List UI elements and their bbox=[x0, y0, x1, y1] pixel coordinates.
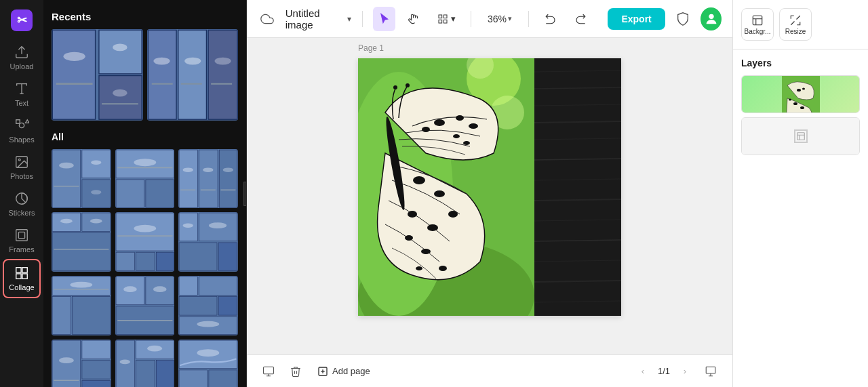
canvas[interactable] bbox=[358, 58, 621, 316]
sidebar-item-frames[interactable]: Frames bbox=[0, 222, 43, 259]
svg-point-174 bbox=[800, 106, 804, 109]
toolbar-separator-3 bbox=[528, 11, 529, 27]
svg-rect-117 bbox=[179, 369, 208, 387]
svg-point-136 bbox=[463, 141, 470, 145]
canvas-left-image[interactable] bbox=[358, 58, 534, 316]
hand-tool-button[interactable] bbox=[403, 7, 425, 31]
zoom-level: 36% bbox=[488, 14, 507, 24]
layers-panel-title: Layers bbox=[741, 58, 860, 68]
sidebar-item-upload[interactable]: Upload bbox=[0, 39, 43, 76]
layer-item-butterfly[interactable] bbox=[741, 75, 860, 113]
svg-rect-105 bbox=[82, 380, 111, 387]
template-6[interactable] bbox=[178, 212, 238, 272]
add-page-button[interactable]: Add page bbox=[312, 363, 376, 380]
svg-point-31 bbox=[184, 58, 201, 65]
svg-point-137 bbox=[413, 176, 425, 184]
layer-item-blank[interactable] bbox=[741, 117, 860, 155]
template-11[interactable] bbox=[115, 340, 175, 387]
svg-text:✂: ✂ bbox=[17, 14, 28, 27]
svg-rect-111 bbox=[136, 360, 154, 387]
document-title-area[interactable]: Untitled image ▾ bbox=[285, 7, 351, 30]
timer-button[interactable] bbox=[258, 361, 279, 382]
svg-point-85 bbox=[70, 282, 92, 288]
user-avatar[interactable] bbox=[701, 7, 722, 30]
template-5[interactable] bbox=[115, 212, 175, 272]
svg-rect-149 bbox=[534, 58, 621, 316]
canvas-right-image[interactable] bbox=[534, 58, 621, 316]
svg-rect-29 bbox=[208, 30, 237, 119]
save-cloud-button[interactable] bbox=[258, 8, 277, 30]
page-navigation: ‹ 1/1 › bbox=[633, 362, 694, 381]
nav-text-label: Text bbox=[15, 99, 28, 107]
svg-rect-168 bbox=[706, 367, 715, 373]
template-4[interactable] bbox=[52, 212, 111, 272]
template-9[interactable] bbox=[178, 276, 238, 335]
svg-point-140 bbox=[427, 224, 438, 231]
svg-rect-83 bbox=[52, 297, 71, 335]
template-1[interactable] bbox=[52, 149, 111, 209]
recent-template-2[interactable] bbox=[147, 29, 239, 121]
svg-point-30 bbox=[153, 58, 170, 65]
redo-button[interactable] bbox=[570, 7, 591, 31]
template-10[interactable] bbox=[52, 340, 111, 387]
view-options-button[interactable]: ▾ bbox=[433, 7, 460, 31]
previous-page-button[interactable]: ‹ bbox=[633, 362, 652, 381]
resize-tool-label: Resize bbox=[785, 28, 806, 35]
recent-template-1[interactable] bbox=[52, 29, 143, 121]
resize-tool-button[interactable]: Resize bbox=[779, 8, 812, 41]
page-label: Page 1 bbox=[358, 43, 384, 53]
document-title: Untitled image bbox=[285, 7, 343, 30]
svg-point-54 bbox=[183, 167, 193, 172]
nav-upload-label: Upload bbox=[10, 62, 34, 70]
svg-point-141 bbox=[408, 211, 417, 218]
svg-rect-97 bbox=[179, 297, 217, 315]
template-3[interactable] bbox=[178, 149, 238, 209]
recents-section-title: Recents bbox=[52, 11, 238, 22]
undo-button[interactable] bbox=[540, 7, 561, 31]
svg-point-100 bbox=[197, 321, 220, 327]
svg-point-48 bbox=[134, 159, 156, 166]
svg-rect-47 bbox=[146, 179, 174, 207]
top-toolbar: Untitled image ▾ ▾ 36% ▾ Export bbox=[247, 0, 732, 38]
svg-rect-11 bbox=[16, 230, 28, 241]
svg-point-124 bbox=[709, 14, 713, 18]
layer-thumbnail-blank bbox=[742, 118, 859, 155]
svg-point-91 bbox=[123, 286, 137, 292]
svg-point-175 bbox=[789, 99, 791, 101]
template-7[interactable] bbox=[52, 276, 111, 335]
svg-rect-104 bbox=[82, 360, 111, 378]
svg-point-172 bbox=[802, 88, 805, 90]
template-2[interactable] bbox=[115, 149, 175, 209]
svg-point-72 bbox=[134, 225, 156, 232]
svg-rect-19 bbox=[99, 30, 142, 74]
svg-rect-63 bbox=[52, 233, 110, 271]
zoom-control[interactable]: 36% ▾ bbox=[482, 11, 517, 27]
export-button[interactable]: Export bbox=[608, 8, 665, 30]
svg-rect-12 bbox=[18, 232, 24, 238]
toolbar-separator-1 bbox=[362, 11, 363, 27]
svg-point-22 bbox=[113, 44, 127, 52]
next-page-button[interactable]: › bbox=[675, 362, 694, 381]
background-tool-button[interactable]: Backgr... bbox=[741, 8, 774, 41]
svg-point-42 bbox=[91, 190, 101, 195]
select-tool-button[interactable] bbox=[373, 7, 395, 31]
svg-rect-176 bbox=[797, 133, 804, 140]
svg-rect-6 bbox=[16, 120, 20, 124]
template-12[interactable] bbox=[178, 340, 238, 387]
present-button[interactable] bbox=[700, 361, 722, 382]
svg-point-106 bbox=[59, 357, 74, 363]
view-chevron-icon: ▾ bbox=[451, 14, 456, 24]
sidebar-item-stickers[interactable]: Stickers bbox=[0, 186, 43, 222]
template-8[interactable] bbox=[115, 276, 175, 335]
sidebar-item-text[interactable]: Text bbox=[0, 76, 43, 113]
svg-rect-122 bbox=[439, 20, 442, 23]
nav-stickers-label: Stickers bbox=[8, 209, 35, 217]
sidebar-item-photos[interactable]: Photos bbox=[0, 149, 43, 186]
sidebar-item-collage[interactable]: Collage bbox=[3, 259, 41, 298]
sidebar-item-shapes[interactable]: Shapes bbox=[0, 113, 43, 149]
delete-page-button[interactable] bbox=[285, 361, 307, 382]
shield-icon[interactable] bbox=[673, 8, 693, 30]
svg-rect-13 bbox=[16, 268, 21, 272]
app-logo[interactable]: ✂ bbox=[8, 7, 35, 34]
svg-point-133 bbox=[469, 123, 478, 129]
